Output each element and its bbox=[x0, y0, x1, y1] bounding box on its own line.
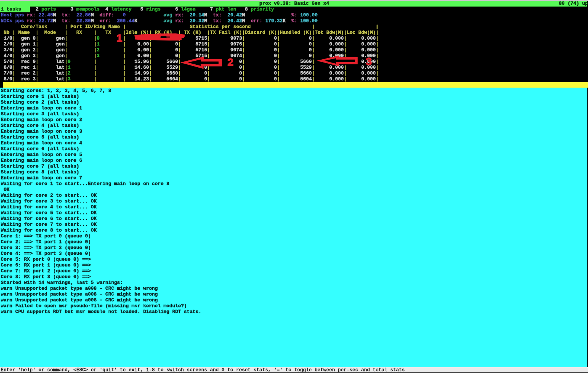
svg-text:2: 2 bbox=[227, 56, 234, 68]
svg-text:3: 3 bbox=[366, 55, 372, 67]
svg-text:1: 1 bbox=[116, 32, 122, 44]
